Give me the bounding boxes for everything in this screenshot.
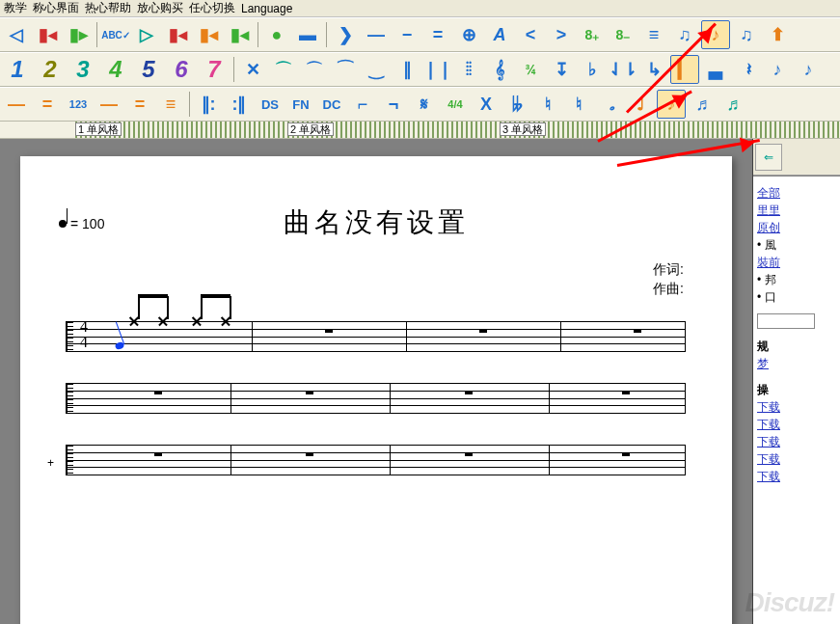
whole-rest[interactable] (154, 391, 162, 394)
staff-3[interactable]: + (67, 445, 686, 475)
staff-1[interactable]: 4 4 (67, 321, 686, 352)
style-block-2[interactable]: 2 单风格 (287, 122, 334, 136)
dc-icon[interactable]: DC (317, 90, 346, 119)
equals-icon[interactable]: = (423, 20, 452, 49)
thirtysecond-icon[interactable]: ♬ (718, 90, 747, 119)
side-link[interactable]: 梦 (757, 355, 836, 372)
treble-clef-icon[interactable]: 𝄞 (485, 55, 514, 84)
num-3[interactable]: 3 (68, 55, 98, 84)
side-body[interactable]: 全部 里里 原创 • 風 裝前 • 邦 • 口 规 梦 操 下载 下载 下载 下… (753, 176, 840, 624)
barline[interactable] (406, 321, 407, 352)
style-block-1[interactable]: 1 单风格 (75, 122, 122, 136)
cursor2-icon[interactable]: ▷ (132, 20, 161, 49)
upload-icon[interactable]: ⬆ (763, 20, 792, 49)
whole-rest[interactable] (622, 391, 630, 394)
ledger-icon[interactable]: ↧ (547, 55, 576, 84)
bars-icon[interactable]: ≡ (639, 20, 668, 49)
num-1[interactable]: 1 (2, 55, 33, 84)
target-icon[interactable]: ⊕ (454, 20, 483, 49)
double-stem-icon[interactable]: ⇃⇂ (609, 55, 637, 84)
side-arrow-button[interactable]: ⇐ (755, 144, 782, 171)
download-link[interactable]: 下载 (757, 398, 836, 416)
play-icon[interactable]: ❯ (331, 20, 360, 49)
natural-icon[interactable]: ♮ (533, 90, 562, 119)
download-link[interactable]: 下载 (757, 416, 836, 433)
whole-rest[interactable] (306, 452, 313, 456)
document-scroll[interactable]: = 100 曲名没有设置 作词: 作曲: 4 4 (0, 139, 752, 624)
repeat-start-icon[interactable]: ‖: (194, 90, 223, 119)
side-link[interactable]: 裝前 (757, 254, 836, 271)
rest-icon[interactable]: ▃ (701, 55, 730, 84)
dash-icon[interactable]: — (362, 20, 391, 49)
num-4[interactable]: 4 (100, 55, 131, 84)
doubleflat-icon[interactable]: 𝄫 (502, 90, 531, 119)
staff-2[interactable] (67, 383, 686, 414)
menu-language[interactable]: Language (241, 2, 292, 15)
equal-thin-icon[interactable]: = (33, 90, 62, 119)
sixteenth-icon[interactable]: ♬ (688, 90, 717, 119)
bar-icon[interactable]: ▬ (293, 20, 322, 49)
slur2-icon[interactable]: ⌒ (300, 55, 329, 84)
menu-switch[interactable]: 任心切换 (189, 0, 235, 16)
num-6[interactable]: 6 (166, 55, 197, 84)
barline[interactable] (560, 321, 561, 352)
download-link[interactable]: 下载 (757, 468, 836, 485)
quarter-note-icon[interactable]: ♩ (626, 90, 655, 119)
ds-icon[interactable]: DS (256, 90, 285, 119)
italic-a-icon[interactable]: A (485, 20, 514, 49)
greater-icon[interactable]: > (547, 20, 576, 49)
marker5-icon[interactable]: ▮◂ (225, 20, 254, 49)
eighth2-icon[interactable]: ♪ (794, 55, 823, 84)
num-2[interactable]: 2 (35, 55, 66, 84)
flat-icon[interactable]: ♭ (578, 55, 607, 84)
x-icon[interactable]: ✕ (238, 55, 267, 84)
whole-rest[interactable] (306, 391, 313, 394)
note-flag2-icon[interactable]: ▎ (670, 55, 699, 84)
marker4-icon[interactable]: ▮◂ (194, 20, 223, 49)
menu-help[interactable]: 热心帮助 (85, 0, 131, 16)
marker1-icon[interactable]: ▮◂ (33, 20, 62, 49)
whole-rest[interactable] (465, 452, 473, 456)
score-title[interactable]: 曲名没有设置 (59, 204, 693, 241)
eighth-note-icon[interactable]: ♫ (732, 20, 761, 49)
add-circle-icon[interactable]: 8₊ (578, 20, 607, 49)
download-link[interactable]: 下载 (757, 433, 836, 450)
minus-icon[interactable]: − (393, 20, 421, 49)
barlines2-icon[interactable]: ❘❘ (423, 55, 452, 84)
remove-circle-icon[interactable]: 8₋ (609, 20, 637, 49)
barline[interactable] (549, 383, 550, 414)
barlines1-icon[interactable]: ∥ (393, 55, 421, 84)
selected-note[interactable] (115, 341, 125, 351)
eighth-orange-icon[interactable]: ♪ (657, 90, 686, 119)
corner2-icon[interactable]: ¬ (379, 90, 408, 119)
side-link[interactable]: 里里 (757, 202, 836, 219)
barline[interactable] (390, 445, 391, 475)
fn-icon[interactable]: FN (286, 90, 315, 119)
side-link[interactable]: 原创 (757, 219, 836, 236)
eighth1-icon[interactable]: ♪ (763, 55, 792, 84)
triple-line-icon[interactable]: ≡ (156, 90, 185, 119)
time-signature[interactable]: 4 4 (80, 319, 88, 350)
cursor-left-icon[interactable]: ◁ (2, 20, 31, 49)
download-link[interactable]: 下载 (757, 450, 836, 468)
under-icon[interactable]: ‿ (362, 55, 391, 84)
marker3-icon[interactable]: ▮◂ (163, 20, 192, 49)
menu-teaching[interactable]: 教学 (4, 0, 27, 16)
underline-icon[interactable]: — (2, 90, 31, 119)
slur1-icon[interactable]: ⌒ (269, 55, 298, 84)
style-track[interactable]: 1 单风格 2 单风格 3 单风格 (0, 122, 840, 139)
side-link[interactable]: 全部 (757, 184, 836, 202)
side-input[interactable] (757, 313, 815, 329)
repeat-end-icon[interactable]: :‖ (225, 90, 254, 119)
barline[interactable] (549, 445, 550, 475)
time44-icon[interactable]: 4/4 (441, 90, 470, 119)
tie-icon[interactable]: ⁀ (331, 55, 360, 84)
num123-icon[interactable]: 123 (64, 90, 93, 119)
segno-icon[interactable]: 𝄋 (410, 90, 439, 119)
note-flag1-icon[interactable]: ♪ (701, 20, 730, 49)
time34-icon[interactable]: ¾ (516, 55, 545, 84)
style-block-3[interactable]: 3 单风格 (500, 122, 546, 136)
corner1-icon[interactable]: ⌐ (348, 90, 377, 119)
less-icon[interactable]: < (516, 20, 545, 49)
whole-rest[interactable] (154, 452, 162, 456)
